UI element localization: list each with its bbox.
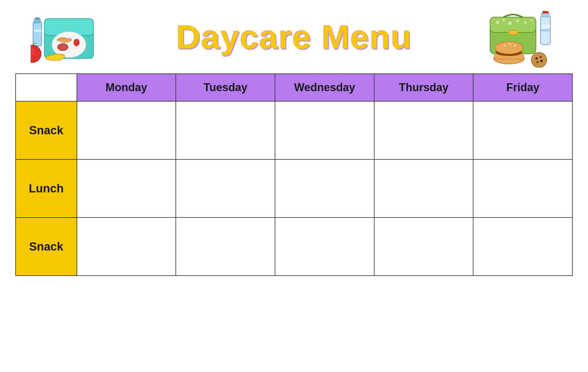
thursday-header: Thursday [374,74,473,101]
svg-point-18 [516,20,519,23]
snack-row-2: Snack [16,218,572,276]
snack1-friday[interactable] [473,101,572,159]
lunch-row: Lunch [16,159,572,218]
snack2-friday[interactable] [473,218,572,276]
header-row: Monday Tuesday Wednesday Thursday Friday [16,74,572,101]
svg-point-17 [508,21,512,25]
snack-row-1: Snack [16,101,572,159]
menu-table: Monday Tuesday Wednesday Thursday Friday… [15,73,573,276]
svg-rect-14 [508,30,518,35]
friday-header: Friday [473,74,572,101]
svg-point-7 [52,32,86,58]
lunchbox-icon [31,9,101,69]
menu-table-wrapper: Monday Tuesday Wednesday Thursday Friday… [15,73,573,276]
snack1-monday[interactable] [77,101,176,159]
snack1-wednesday[interactable] [275,101,374,159]
food-icon [487,9,557,69]
snack2-tuesday[interactable] [176,218,275,276]
svg-point-29 [495,42,523,54]
page-title: Daycare Menu [176,18,412,55]
snack-label-2: Snack [16,218,77,276]
lunch-monday[interactable] [77,159,176,218]
svg-rect-24 [541,25,550,28]
snack2-wednesday[interactable] [275,218,374,276]
lunch-label: Lunch [16,159,77,218]
svg-point-20 [530,19,532,21]
svg-point-33 [531,52,547,68]
svg-rect-0 [33,22,42,46]
snack2-monday[interactable] [77,218,176,276]
svg-point-19 [524,21,526,24]
snack1-tuesday[interactable] [176,101,275,159]
svg-point-34 [535,57,538,60]
lunch-tuesday[interactable] [176,159,275,218]
svg-rect-3 [34,29,42,32]
tuesday-header: Tuesday [176,74,275,101]
svg-point-37 [537,61,538,63]
svg-point-9 [57,43,68,51]
snack-label-1: Snack [16,101,77,159]
snack2-thursday[interactable] [374,218,473,276]
snack1-thursday[interactable] [374,101,473,159]
lunch-thursday[interactable] [374,159,473,218]
svg-point-15 [496,21,499,24]
svg-point-36 [540,60,543,62]
svg-rect-25 [541,29,550,31]
svg-point-35 [540,56,541,58]
wednesday-header: Wednesday [275,74,374,101]
svg-rect-2 [35,17,40,19]
monday-header: Monday [77,74,176,101]
lunch-friday[interactable] [473,159,572,218]
header: Daycare Menu [12,6,576,73]
lunch-wednesday[interactable] [275,159,374,218]
svg-point-16 [503,19,505,21]
svg-rect-1 [34,19,40,23]
empty-header-cell [16,74,77,101]
svg-rect-23 [542,11,548,13]
page-container: Daycare Menu [0,0,588,372]
